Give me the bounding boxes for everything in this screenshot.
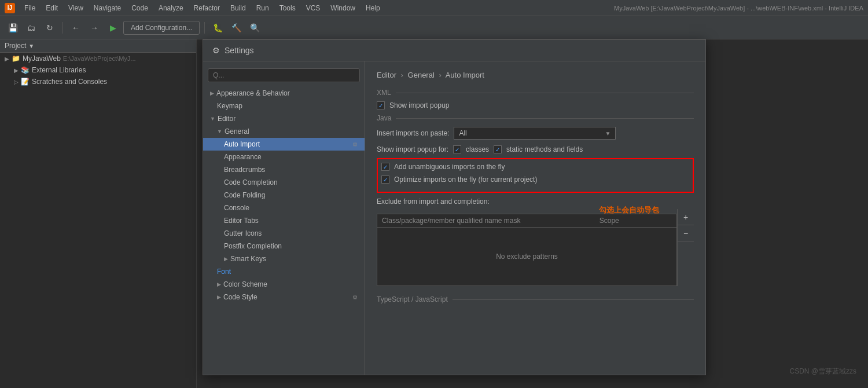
window-title: MyJavaWeb [E:\JavaWebProject\MyJavaWeb] … xyxy=(614,5,863,12)
nav-code-completion[interactable]: Code Completion xyxy=(203,176,365,189)
table-col2-header: Scope xyxy=(599,217,672,225)
nav-ab-label: Appearance & Behavior xyxy=(216,89,290,97)
scratches-item[interactable]: ▷ 📝 Scratches and Consoles xyxy=(0,76,196,87)
table-body: No exclude patterns xyxy=(377,228,676,285)
nav-code-style-gear: ⚙ xyxy=(352,294,358,301)
nav-smart-keys-arrow: ▶ xyxy=(224,256,228,262)
menu-bar: IJ File Edit View Navigate Code Analyze … xyxy=(0,0,868,16)
nav-breadcrumbs-label: Breadcrumbs xyxy=(224,166,265,174)
nav-code-style[interactable]: ▶ Code Style ⚙ xyxy=(203,291,365,303)
menu-items: File Edit View Navigate Code Analyze Ref… xyxy=(20,3,385,13)
breadcrumb: Editor › General › Auto Import xyxy=(377,71,694,79)
project-dropdown-icon[interactable]: ▼ xyxy=(28,43,34,49)
root-arrow-icon: ▶ xyxy=(5,56,9,62)
nav-auto-import[interactable]: Auto Import ⚙ xyxy=(203,138,365,151)
toolbar-sep1 xyxy=(62,22,63,34)
add-config-button[interactable]: Add Configuration... xyxy=(123,21,200,35)
table-wrapper: Class/package/member qualified name mask… xyxy=(377,209,694,286)
nav-editor-tabs[interactable]: Editor Tabs xyxy=(203,214,365,227)
ext-libraries-item[interactable]: ▶ 📚 External Libraries xyxy=(0,64,196,76)
nav-editor[interactable]: ▼ Editor xyxy=(203,112,365,125)
toolbar-search-btn[interactable]: 🔍 xyxy=(247,20,263,36)
menu-help[interactable]: Help xyxy=(361,3,385,13)
static-methods-checkbox[interactable] xyxy=(494,145,502,153)
nav-postfix-completion[interactable]: Postfix Completion xyxy=(203,240,365,252)
project-label: Project xyxy=(5,42,26,50)
settings-search-input[interactable] xyxy=(208,68,360,82)
nav-appearance-behavior[interactable]: ▶ Appearance & Behavior xyxy=(203,87,365,100)
menu-view[interactable]: View xyxy=(64,3,88,13)
breadcrumb-auto-import: Auto Import xyxy=(446,71,484,79)
nav-font[interactable]: Font xyxy=(203,265,365,278)
toolbar-forward-btn[interactable]: → xyxy=(86,20,102,36)
menu-navigate[interactable]: Navigate xyxy=(89,3,126,13)
toolbar-save-btn[interactable]: 💾 xyxy=(5,20,21,36)
table-add-btn[interactable]: + xyxy=(678,209,694,225)
menu-run[interactable]: Run xyxy=(252,3,274,13)
highlight-section: Add unambiguous imports on the fly Optim… xyxy=(377,158,694,193)
optimize-imports-checkbox[interactable] xyxy=(381,175,389,184)
ext-lib-icon: 📚 xyxy=(21,66,30,74)
nav-code-folding[interactable]: Code Folding xyxy=(203,189,365,202)
menu-refactor[interactable]: Refactor xyxy=(189,3,225,13)
nav-gutter-icons-label: Gutter Icons xyxy=(224,229,262,237)
nav-auto-import-label: Auto Import xyxy=(224,140,260,148)
main-layout: Project ▼ ▶ 📁 MyJavaWeb E:\JavaWebProjec… xyxy=(0,39,868,388)
optimize-imports-row: Optimize imports on the fly (for current… xyxy=(381,175,689,184)
show-popup-for-label: Show import popup for: xyxy=(377,145,448,153)
table-actions: + − xyxy=(677,209,694,286)
nav-smart-keys[interactable]: ▶ Smart Keys xyxy=(203,252,365,265)
project-panel-content: ▶ 📁 MyJavaWeb E:\JavaWebProject\MyJ... ▶… xyxy=(0,53,196,388)
nav-font-label: Font xyxy=(217,268,231,276)
exclude-label: Exclude from import and completion: xyxy=(377,197,694,206)
nav-appearance[interactable]: Appearance xyxy=(203,151,365,163)
nav-editor-arrow: ▼ xyxy=(210,116,215,122)
add-unambiguous-checkbox[interactable] xyxy=(381,163,389,171)
menu-code[interactable]: Code xyxy=(127,3,153,13)
toolbar-save-all-btn[interactable]: 🗂 xyxy=(23,20,39,36)
show-import-popup-checkbox[interactable] xyxy=(377,101,385,109)
menu-vcs[interactable]: VCS xyxy=(301,3,325,13)
app-icon: IJ xyxy=(5,3,15,13)
menu-analyze[interactable]: Analyze xyxy=(154,3,188,13)
root-name: MyJavaWeb xyxy=(23,54,61,63)
project-panel: Project ▼ ▶ 📁 MyJavaWeb E:\JavaWebProjec… xyxy=(0,39,197,388)
toolbar-sync-btn[interactable]: ↻ xyxy=(42,20,58,36)
nav-code-style-arrow: ▶ xyxy=(217,294,221,300)
project-root-item[interactable]: ▶ 📁 MyJavaWeb E:\JavaWebProject\MyJ... xyxy=(0,53,196,64)
toolbar-build-btn[interactable]: 🔨 xyxy=(228,20,244,36)
nav-console[interactable]: Console xyxy=(203,202,365,214)
settings-title: Settings xyxy=(225,46,254,55)
exclude-table: Class/package/member qualified name mask… xyxy=(377,209,677,286)
nav-general[interactable]: ▼ General xyxy=(203,125,365,138)
exclude-table-container: Class/package/member qualified name mask… xyxy=(377,214,677,286)
toolbar-back-btn[interactable]: ← xyxy=(68,20,84,36)
nav-keymap-label: Keymap xyxy=(217,102,242,110)
nav-keymap[interactable]: Keymap xyxy=(203,100,365,112)
menu-build[interactable]: Build xyxy=(226,3,251,13)
toolbar-debug-btn[interactable]: 🐛 xyxy=(209,20,226,36)
menu-window[interactable]: Window xyxy=(326,3,360,13)
settings-sidebar: ▶ Appearance & Behavior Keymap ▼ Editor … xyxy=(203,61,365,375)
insert-imports-label: Insert imports on paste: xyxy=(377,129,449,137)
classes-checkbox[interactable] xyxy=(453,145,461,153)
menu-tools[interactable]: Tools xyxy=(275,3,300,13)
settings-title-bar: ⚙ Settings xyxy=(203,40,705,61)
nav-gutter-icons[interactable]: Gutter Icons xyxy=(203,227,365,240)
settings-content: Editor › General › Auto Import XML Show … xyxy=(365,61,705,375)
dropdown-arrow-icon: ▼ xyxy=(605,130,610,137)
menu-file[interactable]: File xyxy=(20,3,40,13)
menu-edit[interactable]: Edit xyxy=(41,3,62,13)
nav-color-scheme[interactable]: ▶ Color Scheme xyxy=(203,278,365,291)
nav-color-scheme-label: Color Scheme xyxy=(223,280,267,288)
table-remove-btn[interactable]: − xyxy=(678,225,694,241)
insert-imports-dropdown[interactable]: All ▼ xyxy=(454,127,616,140)
toolbar-run-btn[interactable]: ▶ xyxy=(105,20,121,36)
add-unambiguous-row: Add unambiguous imports on the fly xyxy=(381,163,689,171)
nav-breadcrumbs[interactable]: Breadcrumbs xyxy=(203,163,365,176)
ext-libraries-label: External Libraries xyxy=(32,66,86,74)
root-path: E:\JavaWebProject\MyJ... xyxy=(63,55,136,62)
nav-ab-arrow: ▶ xyxy=(210,90,214,96)
show-import-popup-label: Show import popup xyxy=(389,101,449,109)
nav-console-label: Console xyxy=(224,204,249,212)
